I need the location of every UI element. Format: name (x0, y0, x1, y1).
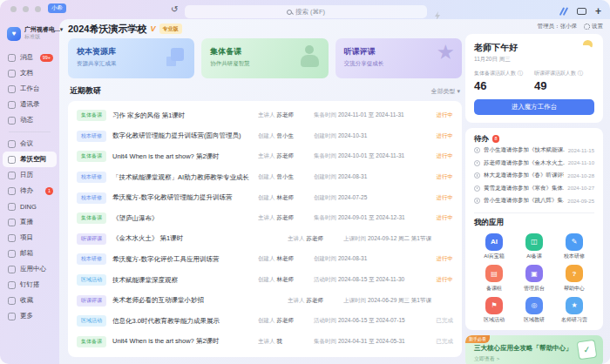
stat-label[interactable]: 集体备课活跃人数 ⓘ (474, 70, 534, 78)
sidebar-item-icon (8, 297, 16, 305)
sidebar-item[interactable]: 工作台 (3, 81, 57, 97)
item-person: 主讲人苏老师 (258, 214, 314, 222)
todo-date: 2024-11-15 (568, 148, 594, 153)
sidebar-item-label: DING (20, 203, 37, 211)
item-time: 创建时间2024-08-31 (314, 255, 424, 263)
workspace-window-icon[interactable] (577, 8, 586, 16)
history-icon[interactable]: ↺ (171, 5, 178, 14)
sidebar-item[interactable]: 消息 99+ (3, 50, 57, 65)
sidebar-item[interactable]: 文档 (3, 65, 57, 81)
zoom-window-icon[interactable] (35, 6, 41, 12)
app-shortcut[interactable]: ? 帮助中心 (554, 265, 594, 293)
sidebar-item[interactable]: 项目 (3, 230, 57, 246)
clock-icon (474, 198, 480, 204)
app-shortcut[interactable]: ✎ 校本研修 (554, 233, 594, 261)
list-item[interactable]: 听课评课 《金木水火土》 第1课时 主讲人苏老师 上课时间2024-09-12 … (77, 229, 453, 250)
app-shortcut[interactable]: ▤ 备课组 (474, 265, 514, 293)
list-item[interactable]: 校本研修 「技术赋能课堂观察」AI助力教师教学专业成长 创建人曾小生 创建时间2… (77, 167, 453, 188)
app-shortcut[interactable]: ⚑ 区域活动 (474, 297, 514, 325)
app-label: 区域教研 (524, 316, 545, 324)
sidebar-item[interactable]: 会议 (3, 136, 57, 152)
list-item[interactable]: 集体备课 Unit4 When is the art show? 第2课时 主讲… (77, 146, 453, 167)
sidebar-item[interactable]: 动态 (3, 112, 57, 128)
sidebar-item[interactable]: 应用中心 (3, 261, 57, 277)
sidebar-item-icon (8, 172, 16, 179)
todo-item[interactable]: 黄雪龙邀请你参加《寒食》集体... 2024-10-27 (474, 183, 594, 195)
item-title: 希沃魔方-数字化教研管理能力提升训练营 (112, 193, 258, 202)
todo-item[interactable]: 曾小生邀请你参加《跳八阵》集... 2024-09-25 (474, 195, 594, 207)
item-time: 创建时间2024-08-31 (314, 173, 424, 181)
item-person: 主讲人苏老师 (258, 152, 314, 160)
item-title: 数字化教研管理能力提升训练营(面向管理员) (112, 131, 258, 140)
app-shortcut[interactable]: ★ 名师研习营 (554, 297, 594, 325)
sidebar-item[interactable]: 日历 (3, 167, 57, 183)
list-item[interactable]: 听课评课 美术老师必看的互动课堂小妙招 主讲人苏老师 上课时间2024-06-2… (77, 290, 453, 311)
feature-card[interactable]: 校本资源库 资源共享汇成果 (68, 38, 194, 78)
sidebar-item[interactable]: 通讯录 (3, 97, 57, 112)
sidebar-item-label: 文档 (20, 69, 33, 78)
type-filter-dropdown[interactable]: 全部类型 ▾ (431, 87, 460, 96)
status-badge: 已完成 (424, 338, 453, 346)
app-shortcut[interactable]: ◫ AI备课 (514, 233, 554, 261)
app-label: AI百宝箱 (484, 253, 505, 260)
stat-value: 46 (474, 79, 534, 92)
promo-banner[interactable]: 新手必看 三大核心应用全攻略「帮助中心」 立即查看 > ✓ (465, 335, 603, 364)
search-input[interactable]: 搜索 (⌘F) (185, 5, 427, 18)
sidebar-item[interactable]: DING (3, 199, 57, 214)
sidebar-item[interactable]: 收藏 (3, 293, 57, 308)
traffic-lights[interactable] (10, 6, 41, 12)
sidebar-item[interactable]: 更多 (3, 308, 57, 324)
list-item[interactable]: 集体备课 《望庐山瀑布》 主讲人苏老师 集备时间2024-09-01 至 202… (77, 208, 453, 229)
category-tag: 校本研修 (77, 192, 106, 204)
status-badge: 进行中 (424, 111, 453, 119)
category-tag: 区域活动 (77, 315, 106, 327)
sidebar-item[interactable]: 希沃空间 (3, 152, 57, 167)
app-shortcut[interactable]: AI AI百宝箱 (474, 233, 514, 261)
list-item[interactable]: 区域活动 技术赋能课堂深度观察 创建人林老师 活动时间2024-08-15 至 … (77, 270, 453, 291)
app-shortcut[interactable]: ◎ 区域教研 (514, 297, 554, 325)
sidebar-item[interactable]: 待办 1 (3, 183, 57, 199)
list-item[interactable]: 校本研修 希沃魔方-数字化教研管理能力提升训练营 创建人林老师 创建时间2024… (77, 187, 453, 208)
list-item[interactable]: 校本研修 希沃魔方-数字化评价工具应用训练营 创建人林老师 创建时间2024-0… (77, 249, 453, 270)
status-badge: 进行中 (424, 276, 453, 284)
item-time: 上课时间2024-09-12 周二 第1节课 (343, 235, 453, 243)
list-item[interactable]: 区域活动 信息化3.0时代教育教学能力成果展示 创建人苏老师 活动时间2024-… (77, 311, 453, 332)
list-item[interactable]: 校本研修 数字化教研管理能力提升训练营(面向管理员) 创建人曾小生 创建时间20… (77, 126, 453, 147)
sidebar-item[interactable]: 钉钉搭 (3, 277, 57, 293)
feature-card[interactable]: 听课评课 交流分享促成长 (336, 38, 462, 78)
activity-stats: 集体备课活跃人数 ⓘ 46 听课评课活跃人数 ⓘ 49 (474, 70, 594, 92)
stat-label[interactable]: 听课评课活跃人数 ⓘ (534, 70, 594, 78)
todo-item[interactable]: 曾小生邀请你参加《技术赋能课... 2024-11-15 (474, 145, 594, 157)
list-item[interactable]: 集体备课 习作 家乡的风俗 第1课时 主讲人苏老师 集备时间2024-11-01… (77, 105, 453, 126)
sidebar-item[interactable]: 直播 (3, 214, 57, 230)
assistant-tag[interactable]: 小希 (48, 3, 66, 13)
close-window-icon[interactable] (10, 6, 17, 12)
edition-badge: 专业版 (159, 24, 182, 34)
item-person: 主讲人我 (258, 338, 314, 346)
category-tag: 听课评课 (77, 233, 106, 245)
sidebar-item-label: 更多 (20, 312, 33, 320)
app-shortcut[interactable]: ▣ 管理后台 (514, 265, 554, 293)
feature-card[interactable]: 集体备课 协作共研凝智慧 (201, 38, 328, 78)
minimize-window-icon[interactable] (23, 6, 29, 12)
list-item[interactable]: 集体备课 Unit4 When is the art show? 第2课时 主讲… (77, 332, 453, 353)
sidebar-item-icon (8, 266, 16, 273)
sidebar-item[interactable]: 邮箱 (3, 246, 57, 261)
section-divider (474, 212, 594, 213)
sidebar-item-label: 动态 (20, 116, 33, 125)
todo-item[interactable]: 林大龙邀请你参加《春》听课评课 2024-10-28 (474, 170, 594, 182)
settings-button[interactable]: 设置 (584, 23, 603, 30)
filter-tuner-icon[interactable] (559, 7, 568, 16)
banner-link[interactable]: 立即查看 > (474, 355, 594, 363)
category-tag: 集体备课 (77, 336, 106, 347)
org-switcher[interactable]: ♥ 广州视睿电...▾ 标准版 (7, 26, 56, 41)
sidebar-item-label: 直播 (20, 218, 33, 226)
status-badge: 进行中 (424, 214, 453, 222)
add-icon[interactable]: + (595, 6, 601, 17)
apps-header: 我的应用 (474, 218, 594, 228)
enter-workbench-button[interactable]: 进入魔方工作台 (474, 99, 594, 115)
item-title: 《望庐山瀑布》 (112, 214, 258, 223)
sidebar-item-label: 希沃空间 (20, 155, 46, 164)
item-person: 创建人林老师 (258, 255, 314, 263)
todo-item[interactable]: 苏老师邀请你参加《金木水火土... 2024-11-10 (474, 158, 594, 170)
